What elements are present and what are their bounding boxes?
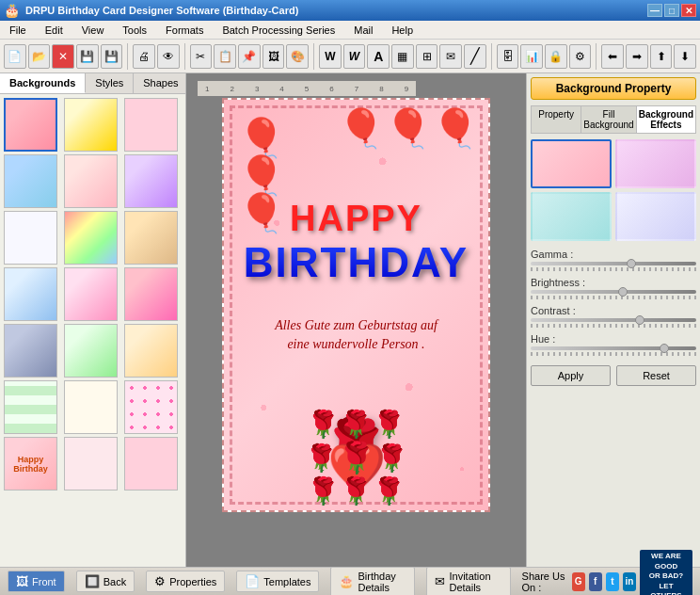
tb-text[interactable]: W [319, 44, 342, 69]
tb-close[interactable]: ✕ [52, 44, 74, 69]
templates-icon: 📄 [245, 574, 260, 588]
tb-paste[interactable]: 📌 [238, 44, 261, 69]
menu-file[interactable]: File [4, 23, 32, 38]
bg-effect-1[interactable] [531, 139, 612, 188]
status-tab-back[interactable]: 🔲 Back [76, 571, 135, 592]
thumb-16[interactable] [4, 380, 57, 434]
tab-shapes[interactable]: Shapes [134, 73, 188, 93]
social-linkedin[interactable]: in [623, 572, 636, 591]
minimize-button[interactable]: — [647, 4, 662, 17]
panel-title: Background Property [531, 77, 696, 100]
bg-effect-4[interactable] [615, 192, 696, 241]
social-facebook[interactable]: f [589, 572, 602, 591]
thumb-14[interactable] [64, 324, 118, 378]
tab-property[interactable]: Property [532, 106, 581, 133]
tb-table[interactable]: ⊞ [416, 44, 438, 69]
tb-move-dn[interactable]: ⬇ [674, 44, 696, 69]
social-google[interactable]: G [572, 572, 585, 591]
balloons-right: 🎈🎈🎈 [338, 109, 479, 147]
hue-track[interactable] [531, 346, 696, 350]
tab-fill-bg[interactable]: Fill Background [581, 106, 636, 133]
hue-slider-row: Hue : [531, 333, 696, 356]
tb-font[interactable]: A [367, 44, 390, 69]
thumb-1[interactable] [4, 98, 57, 152]
tb-lock[interactable]: 🔒 [545, 44, 567, 69]
tb-open[interactable]: 📂 [28, 44, 51, 69]
menu-tools[interactable]: Tools [117, 23, 152, 38]
thumb-9[interactable] [124, 211, 178, 265]
thumb-18[interactable] [124, 380, 178, 434]
app-icon: 🎂 [4, 3, 20, 18]
thumb-15[interactable] [124, 324, 178, 378]
status-tab-properties[interactable]: ⚙ Properties [146, 571, 225, 592]
reset-button[interactable]: Reset [616, 365, 696, 386]
thumb-13[interactable] [4, 324, 57, 378]
thumb-4[interactable] [4, 154, 57, 208]
invitation-label: Invitation Details [449, 571, 501, 593]
tb-db1[interactable]: 🗄 [497, 44, 519, 69]
menu-help[interactable]: Help [386, 23, 419, 38]
thumbnail-grid: HappyBirthday [4, 98, 182, 490]
menu-formats[interactable]: Formats [160, 23, 209, 38]
gamma-slider-row: Gamma : [531, 249, 696, 271]
tb-move-up[interactable]: ⬆ [650, 44, 673, 69]
main-area: Backgrounds Styles Shapes [0, 73, 700, 567]
thumb-20[interactable] [64, 437, 118, 490]
thumb-5[interactable] [64, 154, 118, 208]
status-tab-birthday[interactable]: 🎂 Birthday Details [330, 567, 415, 596]
status-tab-invitation[interactable]: ✉ Invitation Details [426, 567, 510, 596]
status-tab-front[interactable]: 🖼 Front [8, 571, 65, 592]
thumbnail-area[interactable]: HappyBirthday [0, 94, 185, 567]
tb-db2[interactable]: 📊 [520, 44, 543, 69]
tb-word-art[interactable]: W [343, 44, 366, 69]
brightness-track[interactable] [531, 290, 696, 294]
gamma-label: Gamma : [531, 249, 696, 260]
tb-copy[interactable]: 📋 [214, 44, 236, 69]
thumb-11[interactable] [64, 267, 118, 321]
status-tab-templates[interactable]: 📄 Templates [236, 571, 319, 592]
close-button[interactable]: ✕ [681, 4, 696, 17]
menu-edit[interactable]: Edit [40, 23, 69, 38]
tab-backgrounds[interactable]: Backgrounds [0, 73, 86, 93]
bg-effect-3[interactable] [531, 192, 612, 241]
thumb-7[interactable] [4, 211, 57, 265]
gamma-track[interactable] [531, 262, 696, 265]
contrast-track[interactable] [531, 318, 696, 322]
tab-bg-effects[interactable]: Background Effects [637, 106, 695, 133]
thumb-2[interactable] [64, 98, 118, 152]
tb-img[interactable]: 🖼 [262, 44, 285, 69]
thumb-21[interactable] [124, 437, 178, 490]
thumb-12[interactable] [124, 267, 178, 321]
tb-align-l[interactable]: ⬅ [601, 44, 624, 69]
menu-batch[interactable]: Batch Processing Series [216, 23, 341, 38]
maximize-button[interactable]: □ [664, 4, 679, 17]
thumb-3[interactable] [124, 98, 178, 152]
tb-cut[interactable]: ✂ [190, 44, 213, 69]
menu-mail[interactable]: Mail [348, 23, 378, 38]
thumb-8[interactable] [64, 211, 118, 265]
tb-settings[interactable]: ⚙ [569, 44, 592, 69]
happy-birthday-text: HAPPY BIRTHDAY [224, 199, 488, 286]
thumb-17[interactable] [64, 380, 118, 434]
thumb-19[interactable]: HappyBirthday [4, 437, 57, 490]
tb-print[interactable]: 🖨 [133, 44, 155, 69]
barcode-badge: WE ARE GOOD OR BAD? LET OTHERS KNOW. [640, 550, 692, 595]
tab-styles[interactable]: Styles [86, 73, 134, 93]
tb-save[interactable]: 💾 [76, 44, 99, 69]
bg-effect-2[interactable] [615, 139, 696, 188]
properties-icon: ⚙ [154, 574, 166, 588]
social-twitter[interactable]: t [606, 572, 619, 591]
tb-paint[interactable]: 🎨 [286, 44, 309, 69]
tb-new[interactable]: 📄 [4, 44, 26, 69]
tb-line[interactable]: ╱ [464, 44, 486, 69]
apply-button[interactable]: Apply [531, 365, 611, 386]
contrast-thumb[interactable] [635, 315, 644, 325]
tb-email[interactable]: ✉ [439, 44, 462, 69]
tb-save-as[interactable]: 💾 [101, 44, 123, 69]
thumb-6[interactable] [124, 154, 178, 208]
tb-preview[interactable]: 👁 [157, 44, 180, 69]
menu-view[interactable]: View [76, 23, 110, 38]
thumb-10[interactable] [4, 267, 57, 321]
tb-align-r[interactable]: ➡ [626, 44, 648, 69]
tb-barcode[interactable]: ▦ [391, 44, 414, 69]
